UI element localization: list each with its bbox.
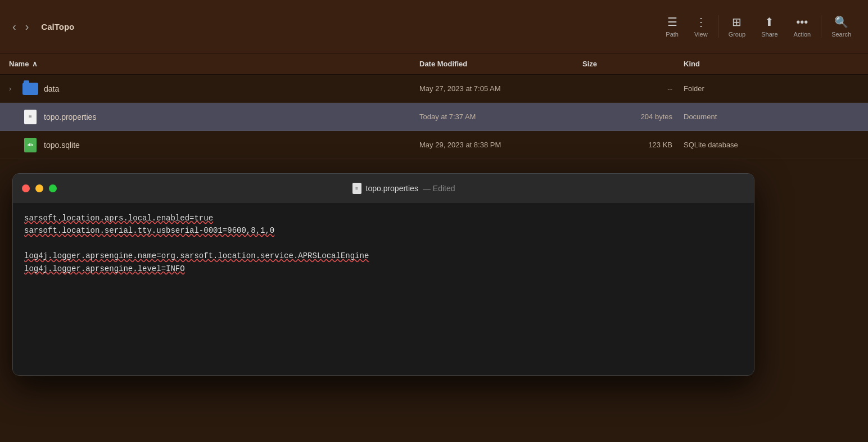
editor-edited-label: — Edited: [423, 184, 455, 193]
filename-topo-sqlite: topo.sqlite: [44, 141, 80, 150]
file-list-header: Name ∧ Date Modified Size Kind: [0, 53, 868, 75]
path-icon: ☰: [667, 15, 677, 29]
action-button[interactable]: ••• Action: [786, 12, 819, 41]
share-icon: ⬆: [765, 15, 774, 29]
search-label: Search: [831, 31, 851, 38]
path-label: Path: [666, 31, 679, 38]
window-maximize-button[interactable]: [49, 184, 57, 192]
row-kind-topo-sqlite: SQLite database: [684, 141, 859, 149]
table-row[interactable]: db topo.sqlite May 29, 2023 at 8:38 PM 1…: [0, 131, 868, 159]
sqlite-icon: db: [22, 138, 38, 152]
filename-data: data: [44, 84, 59, 93]
search-button[interactable]: 🔍 Search: [824, 12, 859, 41]
editor-doc-icon: ≡: [352, 183, 361, 194]
editor-line-2: sarsoft.location.serial.tty.usbserial-00…: [24, 224, 743, 237]
row-size-topo-properties: 204 bytes: [582, 112, 684, 121]
action-label: Action: [794, 31, 811, 38]
window-close-button[interactable]: [22, 184, 30, 192]
editor-line-4: log4j.logger.aprsengine.level=INFO: [24, 263, 743, 275]
app-title: CalTopo: [41, 22, 74, 31]
col-header-kind: Kind: [684, 60, 859, 68]
view-icon: ⋮: [695, 15, 707, 29]
row-kind-data: Folder: [684, 84, 859, 93]
chevron-right-icon: ›: [9, 85, 17, 93]
toolbar: ‹ › CalTopo ☰ Path ⋮ View ⊞ Group ⬆ Shar…: [0, 0, 868, 53]
row-size-data: --: [582, 84, 684, 93]
share-button[interactable]: ⬆ Share: [753, 12, 785, 41]
action-icon: •••: [796, 16, 808, 29]
editor-content[interactable]: sarsoft.location.aprs.local.enabled=true…: [13, 203, 754, 375]
row-date-data: May 27, 2023 at 7:05 AM: [419, 84, 582, 93]
nav-buttons: ‹ ›: [9, 18, 32, 35]
share-label: Share: [761, 31, 777, 38]
toolbar-right: ☰ Path ⋮ View ⊞ Group ⬆ Share ••• Action…: [658, 12, 859, 41]
col-header-size: Size: [582, 60, 684, 68]
back-button[interactable]: ‹: [9, 18, 20, 35]
separator-1: [718, 15, 718, 38]
search-icon: 🔍: [834, 15, 848, 29]
editor-blank-line: [24, 237, 743, 250]
col-header-name: Name ∧: [9, 60, 419, 68]
view-label: View: [694, 31, 708, 38]
row-kind-topo-properties: Document: [684, 112, 859, 121]
window-minimize-button[interactable]: [35, 184, 43, 192]
table-row[interactable]: topo.properties Today at 7:37 AM 204 byt…: [0, 103, 868, 131]
document-icon: [22, 110, 38, 124]
editor-title: ≡ topo.properties — Edited: [62, 183, 745, 194]
row-name-data: › data: [9, 82, 419, 96]
editor-filename: topo.properties: [366, 184, 418, 193]
row-date-topo-sqlite: May 29, 2023 at 8:38 PM: [419, 141, 582, 149]
separator-2: [821, 15, 821, 38]
view-button[interactable]: ⋮ View: [686, 12, 716, 41]
group-label: Group: [729, 31, 746, 38]
filename-topo-properties: topo.properties: [44, 112, 96, 121]
row-size-topo-sqlite: 123 KB: [582, 141, 684, 149]
editor-line-3: log4j.logger.aprsengine.name=org.sarsoft…: [24, 250, 743, 262]
group-icon: ⊞: [732, 15, 742, 29]
file-list: Name ∧ Date Modified Size Kind › data Ma…: [0, 53, 868, 159]
editor-window: ≡ topo.properties — Edited sarsoft.locat…: [12, 173, 754, 376]
editor-line-1: sarsoft.location.aprs.local.enabled=true: [24, 212, 743, 224]
path-button[interactable]: ☰ Path: [658, 12, 686, 41]
row-name-topo-properties: topo.properties: [9, 110, 419, 124]
col-header-date: Date Modified: [419, 60, 582, 68]
row-date-topo-properties: Today at 7:37 AM: [419, 112, 582, 121]
editor-titlebar: ≡ topo.properties — Edited: [13, 174, 754, 203]
folder-icon: [22, 82, 38, 96]
sort-arrow: ∧: [32, 60, 38, 68]
forward-button[interactable]: ›: [22, 18, 33, 35]
group-button[interactable]: ⊞ Group: [721, 12, 754, 41]
table-row[interactable]: › data May 27, 2023 at 7:05 AM -- Folder: [0, 75, 868, 103]
row-name-topo-sqlite: db topo.sqlite: [9, 138, 419, 152]
